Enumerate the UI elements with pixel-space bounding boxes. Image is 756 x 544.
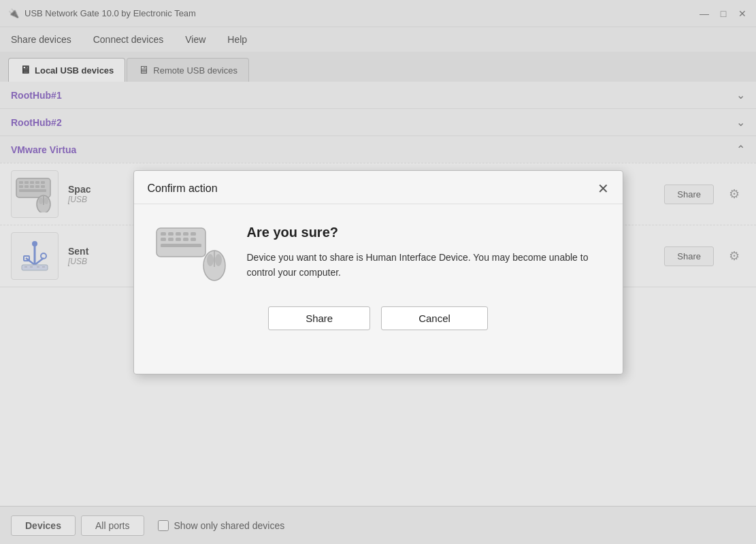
- svg-rect-28: [183, 232, 188, 236]
- dialog-close-button[interactable]: ✕: [597, 182, 609, 195]
- dialog-question: Are you sure?: [247, 225, 604, 240]
- dialog-message: Device you want to share is Human Interf…: [247, 250, 604, 281]
- svg-point-38: [207, 254, 214, 266]
- svg-rect-27: [176, 232, 181, 236]
- svg-rect-29: [191, 232, 196, 236]
- dialog-overlay: Confirm action ✕: [0, 0, 756, 544]
- svg-rect-35: [161, 244, 201, 247]
- dialog-share-button[interactable]: Share: [268, 306, 370, 330]
- svg-rect-30: [161, 238, 166, 241]
- dialog-keyboard-mouse-icon: [153, 225, 228, 286]
- svg-rect-34: [191, 238, 196, 241]
- svg-rect-31: [168, 238, 174, 241]
- dialog-body: Are you sure? Device you want to share i…: [134, 204, 623, 300]
- dialog-text: Are you sure? Device you want to share i…: [247, 225, 604, 281]
- dialog-title: Confirm action: [148, 182, 218, 195]
- svg-rect-25: [161, 232, 166, 236]
- confirm-dialog: Confirm action ✕: [133, 170, 623, 374]
- dialog-icon: [153, 225, 228, 286]
- svg-rect-33: [183, 238, 188, 241]
- svg-rect-26: [168, 232, 174, 236]
- svg-point-39: [215, 254, 222, 266]
- svg-rect-32: [176, 238, 181, 241]
- dialog-cancel-button[interactable]: Cancel: [381, 306, 488, 330]
- dialog-header: Confirm action ✕: [134, 171, 623, 204]
- dialog-footer: Share Cancel: [134, 300, 623, 330]
